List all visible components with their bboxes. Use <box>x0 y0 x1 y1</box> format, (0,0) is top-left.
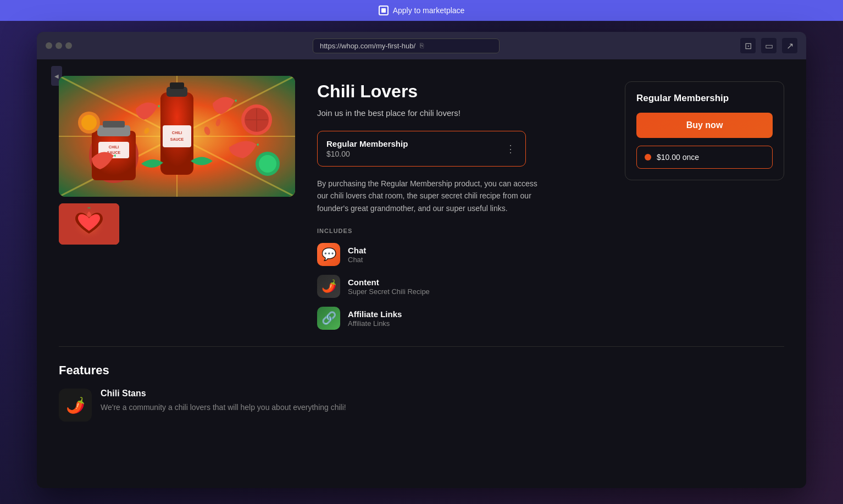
browser-content: ◀ <box>37 59 806 488</box>
membership-card-name: Regular Membership <box>326 139 408 148</box>
svg-point-27 <box>259 155 276 173</box>
include-info-content: Content Super Secret Chili Recipe <box>348 278 430 296</box>
membership-card-price: $10.00 <box>326 149 408 158</box>
svg-text:SAUCE: SAUCE <box>170 137 184 141</box>
external-link-icon[interactable]: ↗ <box>782 38 797 53</box>
product-layout: CHILI SAUCE CHILI SAUCE <box>59 76 784 330</box>
product-tagline: Join us in the best place for chili love… <box>317 108 603 118</box>
browser-actions: ⊡ ▭ ↗ <box>740 38 797 53</box>
includes-label: INCLUDES <box>317 228 603 234</box>
membership-options-icon[interactable]: ⋮ <box>506 143 517 155</box>
include-name-affiliate: Affiliate Links <box>348 309 402 319</box>
membership-card[interactable]: Regular Membership $10.00 ⋮ <box>317 131 526 167</box>
dot-close[interactable] <box>46 42 52 49</box>
product-description: By purchasing the Regular Membership pro… <box>317 178 548 214</box>
browser-toolbar: https://whop.com/my-first-hub/ ⎘ ⊡ ▭ ↗ <box>37 32 806 59</box>
include-name-content: Content <box>348 278 430 287</box>
include-item-affiliate: 🔗 Affiliate Links Affiliate Links <box>317 307 603 330</box>
feature-name: Chili Stans <box>101 389 346 398</box>
buy-now-button[interactable]: Buy now <box>636 113 773 138</box>
dot-maximize[interactable] <box>65 42 72 49</box>
product-info: Chili Lovers Join us in the best place f… <box>317 76 603 330</box>
svg-text:CHILI: CHILI <box>172 131 182 135</box>
feature-desc: We're a community a chili lovers that wi… <box>101 402 346 413</box>
url-text: https://whop.com/my-first-hub/ <box>320 42 415 50</box>
include-sub-content: Super Secret Chili Recipe <box>348 287 430 296</box>
marketplace-icon <box>379 5 389 15</box>
include-sub-chat: Chat <box>348 256 366 264</box>
window-controls <box>46 42 72 49</box>
thumbnail-art <box>59 203 119 245</box>
feature-info: Chili Stans We're a community a chili lo… <box>101 389 346 413</box>
purchase-box: Regular Membership Buy now $10.00 once <box>625 81 784 180</box>
membership-card-info: Regular Membership $10.00 <box>326 139 408 158</box>
chat-icon: 💬 <box>317 243 340 266</box>
include-sub-affiliate: Affiliate Links <box>348 319 402 328</box>
affiliate-icon: 🔗 <box>317 307 340 330</box>
thumbnail-image[interactable] <box>59 203 119 245</box>
main-image-art: CHILI SAUCE CHILI SAUCE <box>59 76 295 197</box>
price-dot-icon <box>645 154 651 160</box>
svg-point-29 <box>81 115 97 130</box>
purchase-box-title: Regular Membership <box>636 93 773 104</box>
svg-text:CHILI: CHILI <box>109 145 119 149</box>
top-bar: Apply to marketplace <box>0 0 843 21</box>
includes-list: 💬 Chat Chat 🌶️ Content Super Secret Chil… <box>317 243 603 330</box>
url-bar-container: https://whop.com/my-first-hub/ ⎘ <box>79 38 734 53</box>
features-section: Features 🌶️ Chili Stans We're a communit… <box>59 363 784 422</box>
include-item-content: 🌶️ Content Super Secret Chili Recipe <box>317 275 603 298</box>
price-text: $10.00 once <box>657 153 699 162</box>
copy-url-icon[interactable]: ⎘ <box>420 42 424 49</box>
product-images: CHILI SAUCE CHILI SAUCE <box>59 76 295 245</box>
svg-rect-12 <box>103 121 125 128</box>
include-info-affiliate: Affiliate Links Affiliate Links <box>348 309 402 328</box>
product-title: Chili Lovers <box>317 81 603 102</box>
include-name-chat: Chat <box>348 246 366 255</box>
content-icon: 🌶️ <box>317 275 340 298</box>
price-option[interactable]: $10.00 once <box>636 146 773 169</box>
url-bar[interactable]: https://whop.com/my-first-hub/ ⎘ <box>313 38 500 53</box>
dot-minimize[interactable] <box>56 42 62 49</box>
include-info-chat: Chat Chat <box>348 246 366 264</box>
features-title: Features <box>59 363 784 378</box>
feature-item-chili-stans: 🌶️ Chili Stans We're a community a chili… <box>59 389 784 422</box>
svg-rect-18 <box>170 82 184 89</box>
mobile-view-icon[interactable]: ▭ <box>761 38 777 53</box>
feature-icon-chili-stans: 🌶️ <box>59 389 92 422</box>
include-item-chat: 💬 Chat Chat <box>317 243 603 266</box>
main-product-image: CHILI SAUCE CHILI SAUCE <box>59 76 295 197</box>
browser-window: https://whop.com/my-first-hub/ ⎘ ⊡ ▭ ↗ ◀ <box>37 32 806 488</box>
svg-rect-19 <box>163 125 191 147</box>
desktop-view-icon[interactable]: ⊡ <box>740 38 756 53</box>
section-divider <box>59 346 784 347</box>
top-bar-label: Apply to marketplace <box>393 6 465 15</box>
